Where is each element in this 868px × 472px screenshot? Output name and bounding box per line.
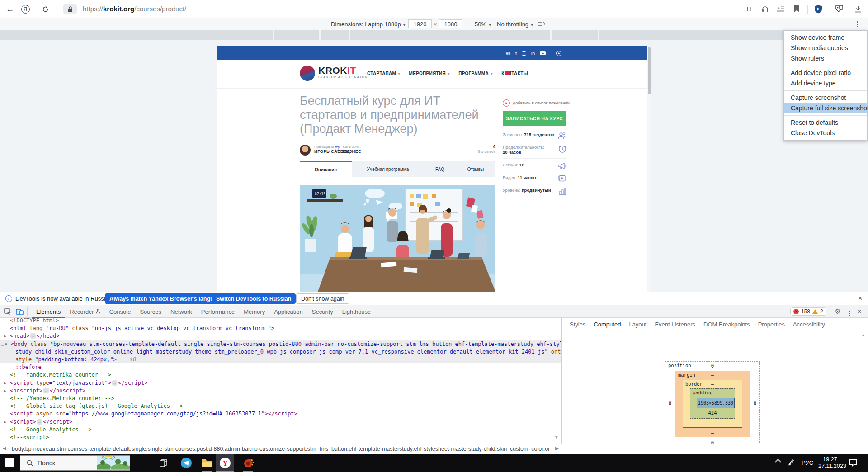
headphones-alice-icon[interactable] <box>760 4 770 14</box>
sidebar-tab-styles[interactable]: Styles <box>566 318 590 330</box>
node-menu-dots[interactable]: … <box>1 340 4 348</box>
menu-item-add-device-pixel-ratio[interactable]: Add device pixel ratio <box>784 68 867 78</box>
device-dimensions-select[interactable]: Dimensions: Laptop 1080p ▼ <box>331 21 406 28</box>
breadcrumb-scroll-left-icon[interactable]: ◀ <box>3 446 6 451</box>
switch-to-russian-button[interactable]: Switch DevTools to Russian <box>212 293 296 304</box>
enroll-button[interactable]: ЗАПИСАТЬСЯ НА КУРС <box>503 111 566 126</box>
yandex-tableau-icon[interactable]: Я <box>20 4 31 14</box>
menu-item-capture-full-size-screenshot[interactable]: Capture full size screenshot <box>784 103 867 113</box>
devtools-kebab-icon[interactable] <box>844 309 854 318</box>
reader-mode-icon[interactable]: A <box>775 4 786 14</box>
language-flag-icon[interactable] <box>505 71 510 75</box>
download-icon[interactable] <box>853 4 863 14</box>
zoom-select[interactable]: 50% ▼ <box>475 21 492 28</box>
dom-node-line[interactable]: <!-- Global site tag (gtag.js) - Google … <box>10 402 183 410</box>
instructor-avatar[interactable] <box>300 145 311 156</box>
menu-item-add-device-type[interactable]: Add device type <box>784 78 867 89</box>
device-height-input[interactable] <box>439 19 462 28</box>
tab-network[interactable]: Network <box>166 305 197 318</box>
start-button[interactable] <box>5 458 14 467</box>
dom-node-line[interactable]: <script async src="https://www.googletag… <box>10 410 297 418</box>
console-errors-badge[interactable]: ✕158 2 <box>790 307 826 316</box>
media-query-band[interactable] <box>274 30 319 40</box>
youtube-icon[interactable]: ▶ <box>540 51 546 55</box>
sidebar-scroll-up-icon[interactable]: ▲ <box>861 333 865 337</box>
protect-shield-icon[interactable] <box>813 4 824 14</box>
dom-node-line[interactable]: <!--<script> <box>10 434 49 441</box>
media-query-band[interactable] <box>321 30 349 40</box>
devtools-close-icon[interactable]: × <box>854 307 864 316</box>
tray-expand-chevron-icon[interactable] <box>775 458 781 463</box>
course-tab-2[interactable]: Учебная программа <box>352 161 424 177</box>
tab-performance[interactable]: Performance <box>197 305 239 318</box>
tab-application[interactable]: Application <box>269 305 307 318</box>
sidebar-tab-event-listeners[interactable]: Event Listeners <box>651 318 699 330</box>
menu-item-show-media-queries[interactable]: Show media queries <box>784 43 867 53</box>
media-query-band[interactable] <box>552 30 598 40</box>
course-tab-4[interactable]: Отзывы <box>456 161 495 177</box>
sidebar-tab-accessibility[interactable]: Accessibility <box>789 318 829 330</box>
dom-node-line[interactable]: <!DOCTYPE html> <box>10 318 59 325</box>
toggle-device-toolbar-icon[interactable] <box>14 307 24 316</box>
vk-icon[interactable]: vk <box>506 51 510 56</box>
emulated-page-scrollbar[interactable] <box>647 46 651 292</box>
dom-node-line[interactable]: <!-- Google Analytics --> <box>10 426 92 434</box>
dom-node-line[interactable]: <script type="text/javascript">…</script… <box>10 379 147 387</box>
rotate-device-icon[interactable] <box>537 20 545 28</box>
devtools-settings-gear-icon[interactable]: ⚙ <box>833 307 843 316</box>
box-model-diagram[interactable]: 1903×5899.330 position margin border pad… <box>665 361 760 447</box>
breadcrumb-scroll-right-icon[interactable]: ▶ <box>555 446 559 451</box>
sidebar-tab-dom-breakpoints[interactable]: DOM Breakpoints <box>699 318 754 330</box>
taskbar-search[interactable]: Поиск <box>20 455 130 471</box>
expand-arrow-icon[interactable]: ▶ <box>4 418 6 426</box>
tab-memory[interactable]: Memory <box>239 305 269 318</box>
dont-show-again-button[interactable]: Don't show again <box>296 293 349 304</box>
collections-tag-icon[interactable] <box>833 4 844 14</box>
expand-arrow-icon[interactable]: ▶ <box>4 332 6 340</box>
menu-item-show-device-frame[interactable]: Show device frame <box>784 33 867 43</box>
sidebar-tab-computed[interactable]: Computed <box>590 318 625 330</box>
breadcrumb[interactable]: body.bp-nouveau.stm-courses-template-def… <box>12 446 550 452</box>
tab-sources[interactable]: Sources <box>135 305 166 318</box>
telegram-app-icon[interactable] <box>179 456 193 470</box>
dom-node-line[interactable]: <script>…</script> <box>10 418 72 426</box>
linkedin-icon[interactable]: in <box>531 51 535 56</box>
facebook-icon[interactable]: f <box>515 51 517 56</box>
photo-app-icon[interactable] <box>241 456 256 470</box>
dom-node-line[interactable]: <html lang="ru-RU" class="no-js js_activ… <box>10 325 274 332</box>
file-explorer-icon[interactable] <box>200 456 214 470</box>
course-tab-1[interactable]: Описание <box>300 161 352 177</box>
extensions-grid-icon[interactable] <box>744 4 755 14</box>
pen-input-icon[interactable] <box>788 458 795 466</box>
address-bar[interactable]: https://krokit.org/courses/product/ <box>83 5 186 13</box>
bookmark-icon[interactable] <box>791 4 802 14</box>
keyboard-language[interactable]: РУС <box>802 459 813 466</box>
back-icon[interactable]: ← <box>5 4 15 14</box>
dom-node-line[interactable]: ::before <box>15 363 42 371</box>
tab-elements[interactable]: Elements <box>32 305 65 318</box>
sidebar-tab-properties[interactable]: Properties <box>754 318 789 330</box>
tab-console[interactable]: Console <box>105 305 136 318</box>
dom-node-line[interactable]: <noscript>…</noscript> <box>10 387 85 395</box>
elements-tree-panel[interactable]: <!DOCTYPE html><html lang="ru-RU" class=… <box>0 318 561 444</box>
menu-item-capture-screenshot[interactable]: Capture screenshot <box>784 93 867 103</box>
course-tab-3[interactable]: FAQ <box>424 161 456 177</box>
nav-item[interactable]: МЕРОПРИЯТИЯ ▼ <box>409 71 451 76</box>
site-logo[interactable]: KROKIT STARTUP ACCELERATOR <box>300 66 368 81</box>
telegram-icon[interactable]: ➤ <box>556 51 561 56</box>
task-view-icon[interactable] <box>156 456 171 470</box>
yandex-browser-taskbar-tile[interactable]: Y <box>216 454 234 472</box>
tab-recorder[interactable]: Recorder <box>65 305 104 318</box>
device-width-input[interactable] <box>408 19 432 28</box>
media-query-band[interactable] <box>0 30 273 40</box>
menu-item-reset-to-defaults[interactable]: Reset to defaults <box>784 118 867 128</box>
media-query-band[interactable] <box>350 30 550 40</box>
notification-close-icon[interactable]: × <box>858 294 863 303</box>
elements-scroll-down-icon[interactable]: ▼ <box>555 435 557 439</box>
instagram-icon[interactable]: ◦ <box>522 51 526 56</box>
expand-arrow-icon[interactable]: ▶ <box>4 387 6 395</box>
throttling-select[interactable]: No throttling ▼ <box>497 21 534 28</box>
nav-item[interactable]: ПРОГРАММА ▼ <box>458 71 493 76</box>
site-security-chip[interactable] <box>63 4 77 14</box>
clock-date[interactable]: 19:27 27.11.2023 <box>818 456 842 470</box>
